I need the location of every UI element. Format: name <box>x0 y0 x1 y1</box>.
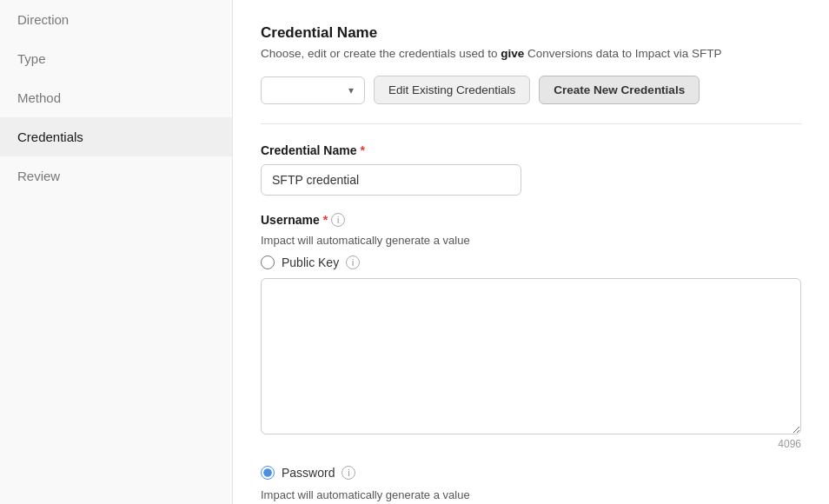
password-radio[interactable] <box>261 466 275 480</box>
sidebar-item-label: Credentials <box>17 129 83 144</box>
public-key-radio[interactable] <box>261 255 275 269</box>
password-auto-note: Impact will automatically generate a val… <box>261 488 801 501</box>
main-content: Credential Name Choose, edit or create t… <box>233 0 829 504</box>
textarea-char-counter: 4096 <box>261 438 801 450</box>
sidebar-item-method[interactable]: Method <box>0 78 232 117</box>
sidebar-item-label: Type <box>17 51 46 66</box>
sidebar: Direction Type Method Credentials Review <box>0 0 233 504</box>
credential-name-label: Credential Name* <box>261 143 801 157</box>
credential-name-input[interactable] <box>261 164 521 196</box>
desc-post: Conversions data to Impact via SFTP <box>527 47 722 60</box>
sidebar-item-direction[interactable]: Direction <box>0 0 232 39</box>
sidebar-item-review[interactable]: Review <box>0 156 232 196</box>
password-label[interactable]: Password <box>282 466 335 480</box>
sidebar-item-credentials[interactable]: Credentials <box>0 117 232 156</box>
public-key-label[interactable]: Public Key <box>282 255 339 269</box>
public-key-textarea[interactable] <box>261 278 801 434</box>
sidebar-item-label: Method <box>17 90 61 105</box>
credential-dropdown[interactable]: ▾ <box>261 76 365 104</box>
auto-generate-note: Impact will automatically generate a val… <box>261 234 801 247</box>
required-indicator: * <box>360 143 364 157</box>
edit-existing-credentials-button[interactable]: Edit Existing Credentials <box>374 76 530 104</box>
section-title: Credential Name <box>261 24 801 42</box>
password-info-icon[interactable]: i <box>342 466 355 480</box>
section-description: Choose, edit or create the credentials u… <box>261 47 801 60</box>
desc-pre: Choose, edit or create the credentials u… <box>261 47 497 60</box>
credential-selector-row: ▾ Edit Existing Credentials Create New C… <box>261 76 801 104</box>
public-key-info-icon[interactable]: i <box>346 255 360 269</box>
password-radio-option[interactable]: Password i <box>261 466 801 480</box>
sidebar-item-label: Direction <box>17 12 69 27</box>
section-divider <box>261 123 801 124</box>
username-info-icon[interactable]: i <box>331 213 345 227</box>
create-new-credentials-button[interactable]: Create New Credentials <box>539 76 700 104</box>
required-indicator: * <box>323 213 328 227</box>
username-label: Username* i <box>261 213 801 227</box>
chevron-down-icon: ▾ <box>348 84 354 96</box>
sidebar-item-label: Review <box>17 169 60 183</box>
desc-keyword: give <box>501 47 524 60</box>
public-key-radio-option[interactable]: Public Key i <box>261 255 801 269</box>
sidebar-item-type[interactable]: Type <box>0 39 232 78</box>
